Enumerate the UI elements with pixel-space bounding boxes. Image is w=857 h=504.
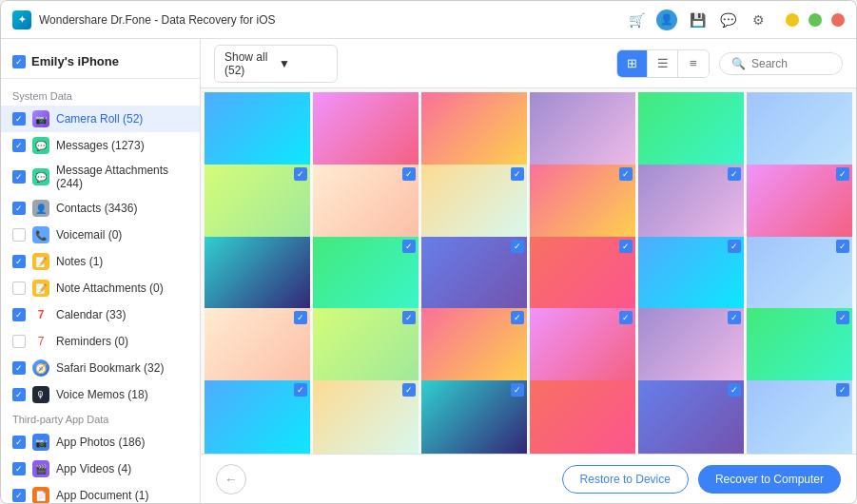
app-photos-check[interactable]: ✓ [12,436,26,449]
user-icon[interactable]: 👤 [656,10,677,30]
sidebar-item-contacts[interactable]: ✓ 👤 Contacts (3436) [1,195,200,222]
minimize-button[interactable] [786,13,799,27]
photo-checkbox[interactable]: ✓ [294,383,307,397]
search-icon: 🔍 [731,57,746,70]
main-area: ✓ Emily's iPhone System Data ✓ 📷 Camera … [1,39,856,503]
sidebar-item-note-attachments[interactable]: 📝 Note Attachments (0) [1,275,200,301]
app-videos-check[interactable]: ✓ [12,462,26,475]
filter-dropdown[interactable]: Show all (52) ▼ [214,45,338,83]
chevron-down-icon: ▼ [279,57,327,70]
system-data-label: System Data [1,85,200,106]
grid-view-button[interactable]: ⊞ [617,50,648,77]
messages-icon: 💬 [32,137,49,154]
device-check: ✓ [12,55,26,68]
message-attachments-check[interactable]: ✓ [12,170,26,184]
camera-roll-label: Camera Roll (52) [56,112,143,126]
photo-checkbox[interactable]: ✓ [511,311,524,324]
sidebar-item-notes[interactable]: ✓ 📝 Notes (1) [1,248,200,275]
voicemail-check[interactable] [12,228,26,242]
toolbar: Show all (52) ▼ ⊞ ☰ ≡ 🔍 [201,39,856,88]
photo-checkbox[interactable]: ✓ [402,383,416,397]
photo-checkbox[interactable]: ✓ [294,167,307,181]
app-document-check[interactable]: ✓ [12,489,26,502]
photo-checkbox[interactable]: ✓ [619,311,633,324]
safari-label: Safari Bookmark (32) [56,361,164,375]
recover-to-computer-button[interactable]: Recover to Computer [698,465,841,494]
photo-cell[interactable]: ✓IMG_0456.JPG [638,380,744,454]
photo-checkbox[interactable]: ✓ [619,167,633,181]
sidebar-item-calendar[interactable]: ✓ 7 Calendar (33) [1,301,200,328]
maximize-button[interactable] [808,13,822,27]
restore-to-device-button[interactable]: Restore to Device [562,465,689,494]
device-icon[interactable]: 💾 [687,10,708,30]
close-button[interactable] [831,13,845,27]
photo-checkbox[interactable]: ✓ [836,167,849,181]
photo-checkbox[interactable]: ✓ [728,240,741,253]
app-photos-icon: 📷 [32,434,49,451]
search-box: 🔍 [719,52,843,75]
photo-checkbox[interactable]: ✓ [836,311,849,324]
contacts-check[interactable]: ✓ [12,202,26,215]
contacts-icon: 👤 [32,200,49,217]
sidebar-item-camera-roll[interactable]: ✓ 📷 Camera Roll (52) [1,106,200,132]
note-attachments-icon: 📝 [32,280,49,297]
photo-checkbox[interactable]: ✓ [836,383,849,397]
support-icon[interactable]: 💬 [717,10,738,30]
detail-view-button[interactable]: ≡ [678,50,709,77]
notes-check[interactable]: ✓ [12,255,26,268]
app-document-label: App Document (1) [56,489,148,502]
photo-checkbox[interactable]: ✓ [511,240,524,253]
photo-cell[interactable]: ✓IMG_0454.JPG [421,380,527,454]
third-party-label: Third-party App Data [1,408,200,429]
app-videos-icon: 🎬 [32,460,49,477]
photo-checkbox[interactable]: ✓ [402,167,416,181]
photo-checkbox[interactable]: ✓ [728,167,741,181]
photo-checkbox[interactable]: ✓ [402,240,416,253]
photo-checkbox[interactable]: ✓ [294,311,307,324]
photo-checkbox[interactable]: ✓ [511,167,524,181]
search-input[interactable] [751,57,828,70]
voicemail-icon: 📞 [32,226,49,243]
settings-icon[interactable]: ⚙ [748,10,769,30]
sidebar-item-message-attachments[interactable]: ✓ 💬 Message Attachments (244) [1,159,200,195]
photo-cell[interactable]: ✓IMG_0457.JPG [747,380,852,454]
photo-cell[interactable]: ✓IMG_0453.JPG [313,380,419,454]
app-document-icon: 📄 [32,487,49,503]
photo-checkbox[interactable]: ✓ [511,383,524,397]
sidebar-item-reminders[interactable]: 7 Reminders (0) [1,328,200,355]
sidebar-item-messages[interactable]: ✓ 💬 Messages (1273) [1,132,200,159]
photo-checkbox[interactable]: ✓ [619,240,633,253]
main-window: ✦ Wondershare Dr.Fone - Data Recovery fo… [0,0,857,504]
app-title: Wondershare Dr.Fone - Data Recovery for … [39,13,618,27]
calendar-check[interactable]: ✓ [12,308,26,321]
photo-cell[interactable]: IMG_0455.JPG [530,380,635,454]
sidebar-item-app-photos[interactable]: ✓ 📷 App Photos (186) [1,429,200,456]
photo-cell[interactable]: ✓IMG_0452.JPG [205,380,310,454]
footer-actions: Restore to Device Recover to Computer [562,465,841,494]
note-attachments-check[interactable] [12,281,26,295]
photo-checkbox[interactable]: ✓ [836,240,849,253]
photo-grid: IMG_0411.JPGIMG_0412.JPGIMG_0414.JPGIMG_… [201,88,856,454]
sidebar-item-voice-memos[interactable]: ✓ 🎙 Voice Memos (18) [1,381,200,408]
calendar-icon: 7 [32,306,49,323]
sidebar-item-app-document[interactable]: ✓ 📄 App Document (1) [1,482,200,503]
message-attachments-label: Message Attachments (244) [56,164,188,190]
list-view-button[interactable]: ☰ [648,50,678,77]
reminders-label: Reminders (0) [56,335,128,348]
photo-checkbox[interactable]: ✓ [728,383,741,397]
back-button[interactable]: ← [216,464,246,494]
reminders-check[interactable] [12,335,26,348]
sidebar-item-voicemail[interactable]: 📞 Voicemail (0) [1,222,200,248]
safari-check[interactable]: ✓ [12,361,26,375]
app-logo: ✦ [12,10,31,29]
reminders-icon: 7 [32,333,49,350]
messages-check[interactable]: ✓ [12,139,26,152]
cart-icon[interactable]: 🛒 [626,10,647,30]
sidebar-item-safari[interactable]: ✓ 🧭 Safari Bookmark (32) [1,355,200,381]
voice-memos-check[interactable]: ✓ [12,388,26,401]
titlebar: ✦ Wondershare Dr.Fone - Data Recovery fo… [1,1,856,39]
photo-checkbox[interactable]: ✓ [402,311,416,324]
photo-checkbox[interactable]: ✓ [728,311,741,324]
camera-roll-check[interactable]: ✓ [12,112,26,126]
sidebar-item-app-videos[interactable]: ✓ 🎬 App Videos (4) [1,456,200,482]
